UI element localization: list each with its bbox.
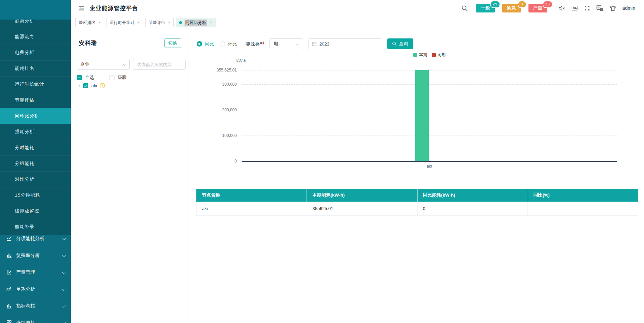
tree-node-label: akr [91, 83, 98, 88]
header-actions: 一般29紧急0严重23 中 A [461, 4, 644, 12]
sidebar-item-15分钟能耗[interactable]: 15分钟能耗 [0, 187, 71, 203]
chevron-down-icon [295, 41, 299, 45]
query-button-label: 查询 [399, 41, 409, 47]
tree-expand-caret[interactable] [79, 84, 80, 87]
sidebar-group-label: 分项能耗分析 [16, 236, 44, 242]
alarm-badge-紧急[interactable]: 紧急0 [502, 4, 521, 12]
sidebar-group-产量管理[interactable]: 产量管理 [0, 264, 71, 281]
legend-label: 本期 [419, 52, 427, 58]
year-picker[interactable]: 2023 [308, 38, 382, 49]
select-all-checkbox[interactable] [77, 75, 82, 80]
y-axis-ticks: 0100,000200,000300,000355,625.01 [189, 70, 239, 161]
sidebar-item-能源流向[interactable]: 能源流向 [0, 29, 71, 45]
chevron-down-icon [62, 270, 66, 274]
energy-type-label: 能源类型: [246, 41, 266, 47]
calendar-icon [312, 41, 317, 46]
sidebar-item-损耗分析[interactable]: 损耗分析 [0, 124, 71, 140]
sidebar-group-复费率分析[interactable]: 复费率分析 [0, 247, 71, 264]
search-icon [392, 41, 397, 46]
tree-panel-title: 安科瑞 [79, 39, 97, 47]
sidebar-item-分组能耗[interactable]: 分组能耗 [0, 155, 71, 171]
search-icon[interactable] [461, 5, 468, 11]
sidebar-item-运行时长统计[interactable]: 运行时长统计 [0, 76, 71, 92]
x-tick-label: akr [427, 164, 432, 169]
tab-label: 同环比分析 [185, 20, 207, 26]
sidebar-item-能耗排名[interactable]: 能耗排名 [0, 60, 71, 76]
cascade-label: 级联 [118, 75, 127, 81]
mute-icon[interactable] [558, 5, 565, 12]
y-tick-label: 200,000 [222, 108, 237, 112]
tab-close-icon[interactable]: × [137, 20, 140, 25]
tree-panel: 安科瑞 切换 企业 全选 级联 akr [71, 33, 189, 323]
top-bar: 企业能源管控平台 一般29紧急0严重23 [71, 0, 644, 16]
legend-swatch [432, 53, 436, 57]
sidebar-item-分时能耗[interactable]: 分时能耗 [0, 140, 71, 155]
tree-search-input[interactable] [133, 59, 185, 69]
alarm-badge-label: 一般 [481, 5, 490, 10]
bar-chart2-icon [6, 303, 12, 310]
mom-radio-label[interactable]: 环比 [228, 41, 237, 47]
divider [71, 53, 189, 53]
tab-节能评估[interactable]: 节能评估× [145, 18, 174, 27]
sidebar-group-单耗分析[interactable]: 单耗分析 [0, 281, 71, 298]
sidebar-item-碳排放监控[interactable]: 碳排放监控 [0, 203, 71, 219]
legend-label: 同期 [438, 52, 446, 58]
chevron-down-icon [62, 236, 66, 240]
chart-legend: 本期同期 [242, 52, 617, 58]
sidebar-item-节能评估[interactable]: 节能评估 [0, 92, 71, 108]
yoy-radio-label[interactable]: 同比 [205, 41, 214, 47]
tab-同环比分析[interactable]: 同环比分析× [176, 18, 216, 27]
alarm-badge-一般[interactable]: 一般29 [476, 4, 495, 12]
table-row[interactable]: akr355625.010-- [196, 202, 638, 216]
chevron-down-icon [62, 253, 66, 257]
sidebar-group-班组能耗[interactable]: 班组能耗 [0, 315, 71, 323]
legend-item-本期[interactable]: 本期 [413, 52, 427, 58]
query-button[interactable]: 查询 [387, 38, 413, 49]
node-type-select[interactable]: 企业 [77, 59, 130, 70]
sidebar-groups: 分项能耗分析复费率分析产量管理单耗分析指标考核班组能耗 [0, 230, 71, 323]
yoy-radio[interactable] [197, 41, 202, 47]
tab-运行时长统计[interactable]: 运行时长统计× [106, 18, 143, 27]
cascade-checkbox[interactable] [109, 75, 115, 80]
sidebar-group-label: 产量管理 [16, 269, 35, 275]
tab-label: 节能评估 [149, 20, 165, 26]
tree-check-row: 全选 级联 [77, 75, 127, 81]
bar-本期-akr[interactable] [415, 70, 429, 161]
theme-skin-icon[interactable] [609, 5, 616, 12]
table-header-cell: 本期能耗(kW·h) [307, 189, 417, 202]
sidebar-group-label: 指标考核 [16, 303, 35, 309]
select-all-label: 全选 [85, 75, 94, 81]
sidebar-item-对比分析[interactable]: 对比分析 [0, 171, 71, 187]
sidebar-group-指标考核[interactable]: 指标考核 [0, 298, 71, 315]
tab-close-icon[interactable]: × [98, 20, 101, 25]
chart-gridline [242, 110, 617, 110]
language-toggle-icon[interactable]: 中 A [596, 5, 603, 12]
sidebar-item-趋势分析[interactable]: 趋势分析 [0, 20, 71, 29]
sidebar-group-label: 班组能耗 [16, 320, 35, 323]
fullscreen-icon[interactable] [584, 5, 590, 11]
mom-radio[interactable] [220, 41, 225, 47]
sidebar-item-电费分析[interactable]: 电费分析 [0, 45, 71, 60]
sidebar-item-同环比分析[interactable]: 同环比分析 [0, 108, 71, 124]
node-checkbox[interactable] [83, 83, 88, 88]
svg-text:A: A [601, 8, 602, 11]
sidebar-group-分项能耗分析[interactable]: 分项能耗分析 [0, 230, 71, 247]
y-tick-label: 300,000 [222, 82, 237, 87]
tab-close-icon[interactable]: × [210, 20, 212, 25]
tab-能耗排名[interactable]: 能耗排名× [75, 18, 104, 27]
alarm-badge-label: 紧急 [507, 5, 516, 10]
user-name[interactable]: admin [622, 5, 635, 11]
tab-close-icon[interactable]: × [168, 20, 170, 25]
chevron-down-icon [62, 287, 66, 291]
collapse-menu-icon[interactable] [78, 5, 85, 11]
energy-type-select[interactable]: 电 [269, 38, 303, 49]
active-tab-dot [179, 21, 182, 24]
legend-item-同期[interactable]: 同期 [432, 52, 446, 58]
alarm-badge-严重[interactable]: 严重23 [528, 4, 547, 12]
tree-node-row[interactable]: akr [79, 83, 105, 88]
switch-button[interactable]: 切换 [164, 38, 181, 48]
y-tick-label: 355,625.01 [217, 68, 237, 72]
y-tick-label: 100,000 [222, 133, 237, 138]
dashboard-screen-icon[interactable] [571, 5, 578, 11]
year-value: 2023 [319, 41, 329, 47]
